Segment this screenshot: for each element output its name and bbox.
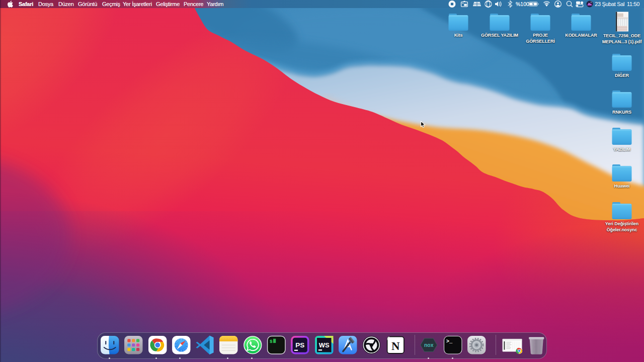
- svg-text:WS: WS: [318, 341, 329, 349]
- svg-text:PS: PS: [296, 341, 305, 349]
- svg-text:nox: nox: [424, 342, 434, 348]
- svg-text:$: $: [270, 338, 273, 344]
- svg-text:N: N: [391, 339, 400, 352]
- svg-text:>_: >_: [446, 338, 452, 344]
